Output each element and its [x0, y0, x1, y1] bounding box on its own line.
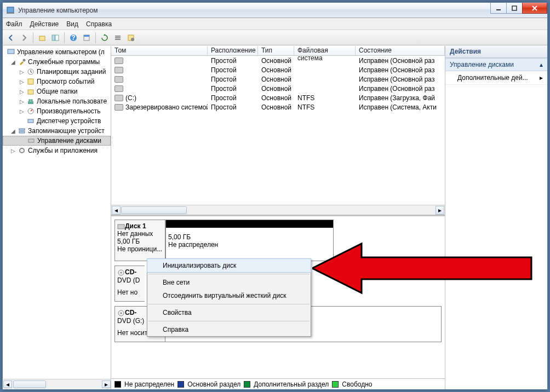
actions-diskmgmt[interactable]: Управление дисками ▴: [445, 58, 547, 71]
services-icon: [18, 146, 26, 155]
svg-rect-12: [115, 37, 121, 38]
show-hide-tree-icon[interactable]: [49, 32, 61, 44]
minimize-button[interactable]: [490, 3, 507, 14]
menubar: Файл Действие Вид Справка: [3, 18, 547, 30]
svg-rect-3: [512, 6, 517, 10]
back-button[interactable]: [5, 32, 17, 44]
expand-icon[interactable]: ▷: [19, 79, 25, 85]
collapse-icon[interactable]: ◢: [10, 128, 16, 134]
list-icon[interactable]: [112, 32, 124, 44]
ctx-detach-vhd[interactable]: Отсоединить виртуальный жесткий диск: [147, 289, 311, 302]
window-title: Управление компьютером: [18, 7, 491, 14]
tree-services[interactable]: ▷Службы и приложения: [3, 146, 111, 155]
tree-users[interactable]: ▷Локальные пользовате: [3, 96, 111, 106]
expand-icon[interactable]: ▷: [19, 89, 25, 95]
volume-row[interactable]: ПростойОсновнойИсправен (Основной раз: [111, 84, 445, 93]
svg-rect-16: [8, 49, 14, 54]
disk1-unallocated[interactable]: 5,00 ГБ Не распределен: [165, 220, 333, 261]
ctx-initialize-disk[interactable]: Инициализировать диск: [147, 258, 311, 273]
menu-help[interactable]: Справка: [86, 20, 112, 28]
menu-file[interactable]: Файл: [6, 20, 22, 28]
tree-diskmgmt[interactable]: ▷Управление дисками: [3, 136, 111, 146]
tree-devmgr[interactable]: ▷Диспетчер устройств: [3, 116, 111, 126]
ctx-properties[interactable]: Свойства: [147, 306, 311, 319]
menu-action[interactable]: Действие: [30, 20, 59, 28]
collapse-icon[interactable]: ◢: [10, 59, 16, 65]
svg-rect-11: [115, 36, 121, 37]
volume-row[interactable]: ПростойОсновнойИсправен (Основной раз: [111, 74, 445, 84]
tree-perf[interactable]: ▷Производительность: [3, 106, 111, 116]
col-type[interactable]: Тип: [258, 46, 294, 55]
svg-rect-1: [7, 13, 14, 14]
svg-rect-20: [28, 90, 33, 94]
svg-rect-28: [28, 139, 34, 142]
computer-management-window: Управление компьютером Файл Действие Вид…: [2, 2, 548, 390]
volume-row[interactable]: ПростойОсновнойИсправен (Основной раз: [111, 56, 445, 65]
expand-icon[interactable]: ▷: [19, 99, 25, 105]
volume-header[interactable]: Том Расположение Тип Файловая система Со…: [111, 46, 445, 56]
expand-icon[interactable]: ▷: [19, 69, 25, 75]
svg-point-29: [20, 148, 24, 153]
device-icon: [26, 117, 35, 125]
clock-icon: [26, 67, 35, 76]
refresh-icon[interactable]: [99, 32, 111, 44]
volume-list[interactable]: ПростойОсновнойИсправен (Основной разПро…: [111, 56, 445, 205]
tree-storage[interactable]: ◢Запоминающие устройст: [3, 126, 111, 136]
svg-rect-25: [28, 119, 33, 123]
svg-rect-26: [19, 129, 25, 130]
svg-rect-19: [28, 79, 33, 84]
tree-scheduler[interactable]: ▷Планировщик заданий: [3, 67, 111, 77]
svg-text:?: ?: [71, 34, 75, 42]
collapse-icon[interactable]: ▴: [540, 61, 543, 68]
svg-rect-27: [19, 131, 25, 133]
toolbar: ?: [3, 30, 547, 45]
svg-rect-30: [118, 224, 124, 229]
legend-primary-swatch: [177, 381, 184, 388]
volume-row[interactable]: (C:)ПростойОсновнойNTFSИсправен (Загрузк…: [111, 93, 445, 102]
events-icon: [26, 77, 35, 86]
col-layout[interactable]: Расположение: [208, 46, 258, 55]
svg-point-21: [28, 99, 31, 101]
help-icon[interactable]: ?: [67, 32, 79, 44]
up-icon[interactable]: [36, 32, 48, 44]
svg-point-17: [23, 59, 26, 62]
ctx-help[interactable]: Справка: [147, 323, 311, 336]
svg-rect-4: [39, 36, 45, 41]
properties-icon[interactable]: [81, 32, 93, 44]
maximize-button[interactable]: [506, 3, 523, 14]
expand-icon[interactable]: ▷: [19, 108, 25, 114]
titlebar[interactable]: Управление компьютером: [3, 3, 547, 18]
disk-row-cd0[interactable]: CD- DVD (D Нет но: [114, 266, 145, 302]
tree-tools[interactable]: ◢Служебные программы: [3, 57, 111, 67]
col-fs[interactable]: Файловая система: [294, 46, 356, 55]
close-button[interactable]: [522, 3, 547, 14]
menu-view[interactable]: Вид: [66, 20, 78, 28]
tree-root[interactable]: Управление компьютером (л: [3, 47, 111, 57]
forward-button[interactable]: [18, 32, 30, 44]
bottom-scrollbar[interactable]: ◂ ▸: [3, 379, 111, 389]
chevron-right-icon: ▸: [540, 74, 543, 82]
app-icon: [6, 6, 15, 15]
disk1-label[interactable]: Диск 1 Нет данных 5,00 ГБ Не проиници...: [115, 220, 165, 261]
svg-rect-23: [28, 101, 33, 104]
nav-tree[interactable]: Управление компьютером (л ◢Служебные про…: [3, 46, 111, 389]
legend-extended-swatch: [244, 381, 250, 388]
volume-row[interactable]: Зарезервировано системойПростойОсновнойN…: [111, 102, 445, 112]
tree-shared[interactable]: ▷Общие папки: [3, 87, 111, 96]
actions-more[interactable]: Дополнительные дей... ▸: [445, 71, 547, 85]
scroll-right-icon[interactable]: ▸: [436, 206, 444, 215]
svg-rect-10: [84, 35, 89, 37]
settings-icon[interactable]: [125, 32, 137, 44]
tools-icon: [18, 57, 26, 66]
col-status[interactable]: Состояние: [356, 46, 445, 55]
h-scrollbar[interactable]: ◂ ▸: [111, 205, 445, 215]
scroll-thumb[interactable]: [121, 206, 187, 214]
volume-row[interactable]: ПростойОсновнойИсправен (Основной раз: [111, 65, 445, 74]
expand-icon[interactable]: ▷: [10, 148, 16, 154]
ctx-offline[interactable]: Вне сети: [147, 276, 311, 289]
col-volume[interactable]: Том: [111, 46, 208, 55]
legend-free-swatch: [332, 381, 339, 388]
scroll-left-icon[interactable]: ◂: [112, 206, 121, 215]
disk-row-disk1[interactable]: Диск 1 Нет данных 5,00 ГБ Не проиници...…: [114, 220, 334, 261]
tree-events[interactable]: ▷Просмотр событий: [3, 77, 111, 87]
